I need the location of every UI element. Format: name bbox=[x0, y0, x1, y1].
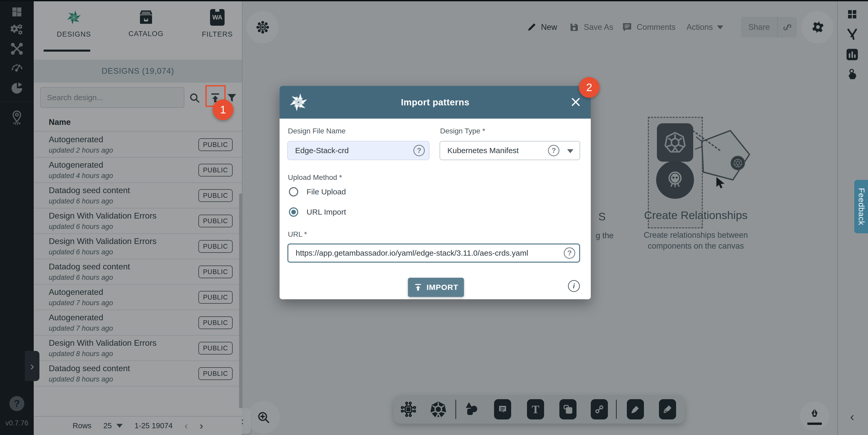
url-import-label: URL Import bbox=[307, 208, 346, 216]
design-type-select[interactable]: Kubernetes Manifest ? bbox=[440, 141, 580, 160]
upload-icon bbox=[414, 283, 423, 292]
chevron-down-icon bbox=[567, 149, 574, 153]
help-icon[interactable]: ? bbox=[564, 248, 575, 259]
info-icon[interactable]: i bbox=[568, 280, 580, 292]
modal-title: Import patterns bbox=[280, 97, 591, 108]
import-button[interactable]: IMPORT bbox=[408, 278, 464, 297]
feedback-label: Feedback bbox=[857, 188, 866, 225]
upload-method-label: Upload Method * bbox=[288, 173, 342, 182]
url-label: URL * bbox=[288, 230, 307, 238]
close-icon[interactable] bbox=[570, 96, 582, 108]
file-upload-label: File Upload bbox=[307, 187, 346, 196]
radio-selected-icon bbox=[289, 207, 298, 217]
feedback-tab[interactable]: Feedback bbox=[854, 180, 868, 233]
import-patterns-modal: Import patterns Design File Name ? Desig… bbox=[280, 86, 591, 299]
step2-badge: 2 bbox=[579, 77, 599, 98]
url-input[interactable] bbox=[287, 243, 580, 263]
modal-header: Import patterns bbox=[280, 86, 591, 119]
radio-unselected-icon bbox=[289, 187, 298, 197]
help-icon[interactable]: ? bbox=[413, 145, 425, 156]
meshery-app: › ? v0.7.76 DESIGNS CATALOG bbox=[0, 0, 868, 435]
design-file-name-label: Design File Name bbox=[288, 127, 346, 135]
step1-badge: 1 bbox=[213, 99, 234, 120]
file-upload-radio-option[interactable]: File Upload bbox=[289, 187, 346, 197]
help-icon[interactable]: ? bbox=[548, 145, 559, 156]
url-import-radio-option[interactable]: URL Import bbox=[289, 207, 346, 217]
design-file-name-input[interactable] bbox=[287, 141, 430, 160]
design-type-label: Design Type * bbox=[440, 127, 485, 135]
design-type-value: Kubernetes Manifest bbox=[447, 146, 519, 155]
import-label: IMPORT bbox=[427, 283, 459, 292]
